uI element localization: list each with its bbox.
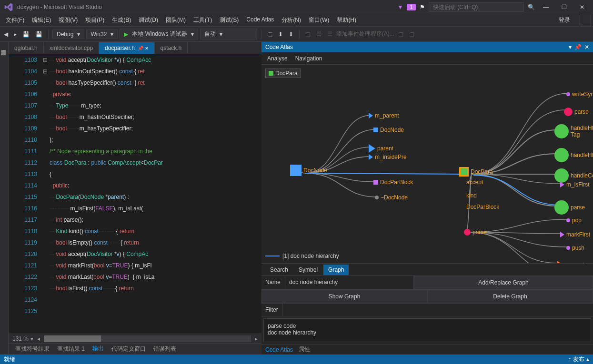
publish-arrow-icon[interactable]: ↑: [568, 356, 571, 363]
graph-node-docparblock2[interactable]: DocParBlock: [466, 204, 499, 210]
graph-node-docnode[interactable]: DocNode: [290, 165, 327, 176]
atlas-pin-icon[interactable]: 📌: [574, 44, 582, 50]
menu-生成(B)[interactable]: 生成(B): [108, 14, 135, 26]
graph-node-m_isfirst[interactable]: m_isFirst: [560, 181, 590, 188]
graph-canvas[interactable]: DocPara DocNodem_parentDocNodeparentm_in…: [261, 65, 593, 263]
atlas-dropdown-icon[interactable]: ▾: [569, 44, 572, 50]
close-button[interactable]: ✕: [575, 2, 589, 12]
save-icon[interactable]: 💾: [20, 29, 31, 39]
toolbar-icon-2[interactable]: ⬇: [276, 29, 285, 39]
user-icon[interactable]: [580, 15, 591, 26]
name-input[interactable]: doc node hierarchy: [285, 276, 414, 289]
platform-combo[interactable]: Win32▾: [86, 30, 118, 39]
output-tab[interactable]: 查找结果 1: [53, 343, 89, 355]
window-title: doxygen - Microsoft Visual Studio: [17, 4, 397, 10]
minimize-button[interactable]: —: [539, 2, 553, 12]
graph-node-docnode2[interactable]: DocNode: [373, 127, 404, 133]
solution-explorer-tab[interactable]: 解决方案资源管理器: [0, 42, 9, 354]
atlas-menu-item[interactable]: Analyse: [267, 55, 288, 62]
filter-list[interactable]: parse codedoc node hierarchy: [263, 318, 591, 342]
show-graph-button[interactable]: Show Graph: [261, 290, 427, 303]
menu-测试(S)[interactable]: 测试(S): [216, 14, 242, 26]
search-icon[interactable]: 🔍: [528, 4, 535, 10]
filter-icon[interactable]: ▼: [397, 4, 403, 10]
atlas-header: Code Atlas ▾ 📌 ✕: [261, 42, 593, 52]
search-tab[interactable]: Symbol: [294, 265, 322, 275]
filter-count[interactable]: 1: [407, 4, 416, 10]
maximize-button[interactable]: ❐: [557, 2, 571, 12]
prop-tab[interactable]: Code Atlas: [265, 346, 293, 353]
graph-node-push[interactable]: push: [566, 245, 584, 251]
graph-node-handlehtn[interactable]: handleHtn: [554, 148, 593, 162]
output-tab[interactable]: 查找符号结果: [11, 343, 53, 355]
menu-文件(F)[interactable]: 文件(F): [2, 14, 28, 26]
menu-项目(P)[interactable]: 项目(P): [81, 14, 108, 26]
file-tab[interactable]: qglobal.h: [9, 42, 44, 54]
graph-node-m_insidepre[interactable]: m_insidePre: [369, 154, 407, 160]
toolbar-icon-7: ▢: [396, 29, 405, 39]
graph-node-kind[interactable]: kind: [466, 192, 477, 199]
graph-node-pop[interactable]: pop: [566, 217, 582, 224]
process-combo[interactable]: 自动▾: [200, 29, 257, 39]
search-tab[interactable]: Search: [265, 265, 293, 275]
quick-launch-input[interactable]: [429, 2, 524, 12]
file-tab[interactable]: xmldocvisitor.cpp: [44, 42, 99, 54]
main-toolbar: ◀ ▸ 💾 💾 Debug▾ Win32▾ ▶本地 Windows 调试器▾ 自…: [0, 27, 593, 42]
toolbar-icon-6: ☰: [325, 29, 334, 39]
graph-node-parent[interactable]: parent: [369, 144, 393, 153]
code-editor[interactable]: 1103110411051106110711081109111011111112…: [9, 54, 261, 334]
prop-tab[interactable]: 属性: [299, 345, 310, 354]
atlas-menu-item[interactable]: Navigation: [295, 55, 322, 62]
delete-graph-button[interactable]: Delete Graph: [427, 290, 593, 303]
menu-帮助(H)[interactable]: 帮助(H): [333, 14, 360, 26]
graph-node-append[interactable]: append: [557, 261, 584, 263]
menu-Code Atlas[interactable]: Code Atlas: [242, 14, 278, 26]
menubar: 文件(F)编辑(E)视图(V)项目(P)生成(B)调试(D)团队(M)工具(T)…: [0, 14, 593, 27]
graph-node-markfirst[interactable]: markFirst: [560, 231, 590, 238]
back-button[interactable]: ◀: [2, 29, 10, 39]
menu-分析(N)[interactable]: 分析(N): [278, 14, 305, 26]
publish-button[interactable]: 发布: [573, 355, 584, 364]
config-combo[interactable]: Debug▾: [52, 30, 84, 39]
menu-编辑(E)[interactable]: 编辑(E): [28, 14, 55, 26]
add-replace-button[interactable]: Add/Replace Graph: [414, 276, 593, 289]
titlebar: doxygen - Microsoft Visual Studio ▼ 1 ⚑ …: [0, 0, 593, 14]
debugger-button[interactable]: ▶本地 Windows 调试器▾: [120, 29, 198, 39]
menu-视图(V)[interactable]: 视图(V): [55, 14, 81, 26]
save-all-icon[interactable]: 💾: [33, 29, 44, 39]
toolbar-icon-4: ▢: [303, 29, 312, 39]
graph-node-docpara[interactable]: DocPara: [459, 167, 493, 177]
file-tab[interactable]: docparser.h📌 ✕: [99, 42, 155, 54]
graph-node-destructor[interactable]: ~DocNode: [375, 194, 408, 201]
forward-button[interactable]: ▸: [12, 29, 19, 39]
toolbar-icon-3[interactable]: ⬇: [287, 29, 295, 39]
zoom-level[interactable]: 131 %: [12, 335, 29, 342]
flag-icon[interactable]: ⚑: [420, 4, 425, 10]
graph-node-parse2[interactable]: parse: [464, 229, 487, 236]
atlas-close-icon[interactable]: ✕: [584, 44, 589, 50]
graph-node-m_parent[interactable]: m_parent: [369, 112, 399, 119]
graph-node-accept[interactable]: accept: [466, 179, 483, 186]
toolbar-icon-1[interactable]: ⬚: [265, 29, 274, 39]
output-tab[interactable]: 输出: [89, 343, 108, 355]
menu-工具(T)[interactable]: 工具(T): [190, 14, 216, 26]
toolbar-icon-8: ▢: [407, 29, 416, 39]
graph-node-handlecol[interactable]: handleCo: [554, 168, 593, 183]
graph-node-writesyno[interactable]: writeSyno: [566, 91, 593, 98]
graph-node-docparblock[interactable]: DocParBlock: [373, 179, 413, 186]
property-tabs: Code Atlas属性: [261, 344, 593, 354]
output-tab[interactable]: 错误列表: [150, 343, 180, 355]
graph-node-parse4[interactable]: parse: [554, 200, 585, 215]
menu-团队(M)[interactable]: 团队(M): [162, 14, 190, 26]
menu-调试(D)[interactable]: 调试(D): [135, 14, 162, 26]
status-ready: 就绪: [4, 355, 15, 364]
graph-node-parse3[interactable]: parse: [564, 108, 589, 116]
horizontal-scrollbar[interactable]: [44, 335, 251, 342]
login-button[interactable]: 登录: [553, 14, 576, 26]
file-tab[interactable]: qstack.h: [155, 42, 188, 54]
output-tab[interactable]: 代码定义窗口: [108, 343, 150, 355]
filter-label: Filter: [261, 304, 282, 316]
graph-node-handlehtntag[interactable]: handleHtnTag: [554, 124, 593, 138]
menu-窗口(W)[interactable]: 窗口(W): [305, 14, 333, 26]
search-tab[interactable]: Graph: [323, 265, 349, 275]
